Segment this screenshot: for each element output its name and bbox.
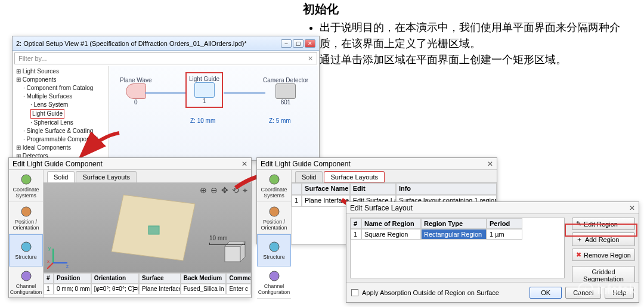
apply-absorption-checkbox[interactable] xyxy=(351,289,358,296)
clear-icon[interactable]: ✕ xyxy=(308,55,313,63)
axis-gizmo: y z x xyxy=(47,245,71,269)
svg-rect-6 xyxy=(225,246,240,262)
node-plane-wave[interactable]: Plane Wave 0 xyxy=(120,77,152,106)
tab-surface-layouts[interactable]: Surface Layouts xyxy=(324,171,385,182)
svg-point-14 xyxy=(270,207,279,216)
tree-item[interactable]: · Multiple Surfaces xyxy=(14,92,107,101)
sidebar: Coordinate SystemsPosition / Orientation… xyxy=(257,170,292,244)
tree-item[interactable]: · Component from Catalog xyxy=(14,84,107,92)
bullet-2: 通过单击添加区域在平面界面上创建一个矩形区域。 xyxy=(320,52,637,68)
tree-item[interactable]: · Lens System xyxy=(14,101,107,109)
scale-bar: 10 mm xyxy=(209,235,245,245)
setup-canvas[interactable]: Plane Wave 0 Light Guide 1 Z: 10 mm Came… xyxy=(109,66,319,160)
close-icon[interactable]: ✕ xyxy=(487,160,493,168)
node-light-guide[interactable]: Light Guide 1 xyxy=(185,72,223,108)
sidebar-channel-configuration[interactable]: Channel Configuration xyxy=(257,266,291,299)
panel-title: Edit Light Guide Component xyxy=(261,160,351,168)
svg-point-0 xyxy=(21,175,31,184)
svg-point-1 xyxy=(21,207,31,216)
region-grid[interactable]: #Name of RegionRegion TypePeriod 1Square… xyxy=(350,218,565,278)
heading: 初始化 xyxy=(303,1,637,17)
bullet-1: 出于说明目的，在本演示中，我们使用单平面界面来分隔两种介质，在该界面上定义了光栅… xyxy=(320,20,637,52)
z-label-cd: Z: 5 mm xyxy=(269,117,291,124)
wechat-icon: ✶ xyxy=(578,282,593,297)
sidebar-coordinate-systems[interactable]: Coordinate Systems xyxy=(257,170,291,202)
window-title: 2: Optical Setup View #1 (Specification … xyxy=(16,40,247,47)
svg-rect-5 xyxy=(148,226,159,234)
edit-lightguide-window-solid: Edit Light Guide Component✕ Coordinate S… xyxy=(8,157,252,298)
sidebar-coordinate-systems[interactable]: Coordinate Systems xyxy=(9,170,43,202)
tree-item[interactable]: ⊞ Components xyxy=(14,76,107,84)
tab-solid[interactable]: Solid xyxy=(47,171,75,182)
svg-point-2 xyxy=(21,242,31,252)
sidebar-position-orientation[interactable]: Position / Orientation xyxy=(9,202,43,234)
watermark: ✶ infotek xyxy=(578,282,636,297)
sidebar-channel-configuration[interactable]: Channel Configuration xyxy=(9,266,43,299)
zoom-out-icon[interactable]: ⊖ xyxy=(210,185,218,196)
svg-text:x: x xyxy=(47,259,49,264)
tab-surface-layouts[interactable]: Surface Layouts xyxy=(76,171,137,182)
dialog-title: Edit Surface Layout xyxy=(350,204,413,212)
viewport-3d[interactable]: ⊕ ⊖ ✥ ⟲ ⌖ y z x 10 mm xyxy=(44,183,251,272)
svg-text:z: z xyxy=(66,263,69,269)
filter-input[interactable]: Filter by...✕ xyxy=(14,52,317,64)
panel-title: Edit Light Guide Component xyxy=(13,160,103,168)
pan-icon[interactable]: ✥ xyxy=(221,185,228,196)
z-label-lg: Z: 10 mm xyxy=(190,117,215,124)
minimize-button[interactable]: – xyxy=(281,39,292,48)
tab-solid[interactable]: Solid xyxy=(295,171,323,182)
optical-setup-window: 2: Optical Setup View #1 (Specification … xyxy=(12,36,320,161)
maximize-button[interactable]: ▢ xyxy=(293,39,304,48)
svg-point-16 xyxy=(270,271,279,281)
x-icon: ✖ xyxy=(576,251,581,259)
sidebar-position-orientation[interactable]: Position / Orientation xyxy=(257,202,291,234)
remove-region-button[interactable]: ✖Remove Region xyxy=(572,249,635,261)
arrow-1 xyxy=(78,130,131,160)
apply-absorption-label: Apply Absorption Outside of Region on Su… xyxy=(362,289,499,296)
close-button[interactable]: ✕ xyxy=(305,39,315,48)
tree-item[interactable]: Light Guide xyxy=(14,109,107,119)
svg-point-15 xyxy=(270,242,279,252)
surface-table[interactable]: #PositionOrientationSurfaceBack MediumCo… xyxy=(44,272,251,297)
svg-point-13 xyxy=(270,175,279,184)
sidebar-structure[interactable]: Structure xyxy=(9,234,43,266)
sidebar: Coordinate SystemsPosition / Orientation… xyxy=(9,170,44,297)
highlight-add-region xyxy=(565,224,637,237)
close-icon[interactable]: ✕ xyxy=(629,204,635,212)
tree-item[interactable]: ⊞ Light Sources xyxy=(14,67,107,76)
sidebar-structure[interactable]: Structure xyxy=(257,234,291,266)
node-camera-detector[interactable]: Camera Detector 601 xyxy=(263,77,308,106)
tree-item[interactable]: · Spherical Lens xyxy=(14,119,107,127)
svg-point-3 xyxy=(21,271,31,281)
ok-button[interactable]: OK xyxy=(530,287,562,299)
zoom-in-icon[interactable]: ⊕ xyxy=(200,185,207,196)
svg-text:y: y xyxy=(48,246,51,251)
